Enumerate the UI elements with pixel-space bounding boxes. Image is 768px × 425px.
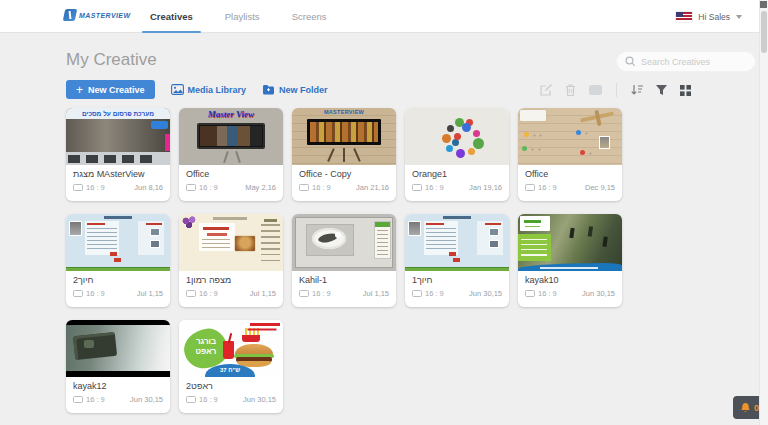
grid-view-icon[interactable] (679, 84, 692, 97)
creative-title: 2חיוך (73, 275, 163, 286)
creative-card[interactable]: Orange1 16 : 9 Jan 19,16 (405, 108, 509, 201)
card-meta: 16 : 9 May 2,16 (186, 183, 276, 192)
chevron-down-icon (736, 15, 742, 19)
creative-date: Jun 30,15 (469, 289, 502, 298)
card-meta: 16 : 9 Jul 1,15 (73, 289, 163, 298)
creative-thumbnail (66, 214, 170, 271)
screen-ratio-icon (73, 290, 83, 297)
main-tabs: Creatives Playlists Screens (146, 0, 330, 33)
thumbnail-caption: Master View (179, 109, 283, 119)
art (426, 223, 444, 225)
screen-ratio-icon (186, 396, 196, 403)
aspect-ratio: 16 : 9 (199, 183, 218, 192)
art (264, 219, 277, 222)
art (353, 148, 360, 161)
art (521, 239, 547, 256)
art (569, 228, 574, 238)
creative-thumbnail (405, 108, 509, 165)
art (242, 335, 260, 342)
art (66, 267, 170, 271)
creative-card[interactable]: בורגר ראפט 37 ש"ח 2ראפט 16 : 9 Jun 30,15 (179, 320, 283, 413)
active-tab-underline (142, 31, 201, 34)
sort-icon[interactable] (630, 84, 644, 96)
media-library-button[interactable]: Media Library (171, 84, 247, 95)
new-creative-button[interactable]: + New Creative (66, 80, 155, 99)
creative-card[interactable]: MASTERVIEW Office - Copy 16 : 9 Jan 21,1… (292, 108, 396, 201)
art (477, 221, 503, 255)
toolbar-divider (616, 83, 617, 97)
aspect-ratio: 16 : 9 (538, 289, 557, 298)
creative-title: Kahil-1 (299, 275, 389, 286)
creative-date: May 2,16 (245, 183, 276, 192)
tab-creatives-label: Creatives (150, 11, 193, 22)
card-meta: 16 : 9 Jun 8,16 (73, 183, 163, 192)
filter-icon[interactable] (655, 84, 668, 96)
art (223, 341, 234, 359)
aspect-ratio: 16 : 9 (86, 395, 105, 404)
search-box[interactable] (616, 51, 756, 72)
creative-card[interactable]: מערכת פרסום על מסכים מצגת MAsterView 16 … (66, 108, 170, 201)
creative-date: Jun 30,15 (243, 395, 276, 404)
screen-ratio-icon (73, 184, 83, 191)
art (73, 332, 117, 360)
aspect-ratio: 16 : 9 (425, 183, 444, 192)
scrollbar-thumb[interactable] (761, 11, 767, 53)
tab-creatives[interactable]: Creatives (146, 0, 197, 33)
creative-thumbnail: MASTERVIEW (292, 108, 396, 165)
art (374, 221, 391, 259)
creative-card[interactable]: kayak10 16 : 9 Jun 30,15 (518, 214, 622, 307)
art (150, 228, 160, 236)
aspect-ratio: 16 : 9 (312, 183, 331, 192)
creative-card[interactable]: kayak12 16 : 9 Jun 30,15 (66, 320, 170, 413)
screen-ratio-icon (73, 396, 83, 403)
creative-title: kayak12 (73, 381, 163, 392)
art (223, 151, 228, 163)
creative-title: 1מצפה רמון (186, 275, 276, 286)
creative-card[interactable]: 1חיוך 16 : 9 Jun 30,15 (405, 214, 509, 307)
preview-icon[interactable] (588, 84, 603, 96)
card-info: מצגת MAsterView 16 : 9 Jun 8,16 (66, 165, 170, 192)
art (307, 119, 381, 145)
card-meta: 16 : 9 Jan 19,16 (412, 183, 502, 192)
aspect-ratio: 16 : 9 (86, 183, 105, 192)
art (250, 323, 280, 326)
user-greeting: Hi Sales (698, 12, 730, 22)
edit-icon[interactable] (539, 83, 553, 97)
art (87, 223, 105, 225)
tab-playlists[interactable]: Playlists (221, 0, 264, 33)
search-input[interactable] (641, 57, 747, 67)
card-meta: 16 : 9 Jun 30,15 (412, 289, 502, 298)
creative-thumbnail (518, 108, 622, 165)
top-navbar: MASTERVIEW Creatives Playlists Screens H… (0, 0, 768, 33)
card-info: 2חיוך 16 : 9 Jul 1,15 (66, 271, 170, 298)
art (203, 227, 229, 230)
creative-title: Office - Copy (299, 169, 389, 180)
art (377, 230, 388, 256)
art (489, 240, 499, 248)
screen-ratio-icon (186, 184, 196, 191)
creative-card[interactable]: Office 16 : 9 Dec 9,15 (518, 108, 622, 201)
creative-card[interactable]: Kahil-1 16 : 9 Jul 1,15 (292, 214, 396, 307)
creative-card[interactable]: Master View Office 16 : 9 May 2,16 (179, 108, 283, 201)
tab-screens[interactable]: Screens (288, 0, 331, 33)
scrollbar-up-button[interactable] (760, 1, 767, 8)
creative-card[interactable]: 1מצפה רמון 16 : 9 Jul 1,15 (179, 214, 283, 307)
masterview-logo[interactable]: MASTERVIEW (64, 9, 130, 21)
card-info: Kahil-1 16 : 9 Jul 1,15 (292, 271, 396, 298)
art (84, 340, 94, 348)
card-meta: 16 : 9 Jun 30,15 (186, 395, 276, 404)
art (165, 134, 170, 151)
card-meta: 16 : 9 Dec 9,15 (525, 183, 615, 192)
creative-title: Office (186, 169, 276, 180)
user-menu[interactable]: Hi Sales (676, 0, 742, 33)
new-folder-button[interactable]: New Folder (262, 84, 328, 95)
art (234, 235, 256, 252)
art (405, 267, 509, 271)
plus-icon: + (76, 84, 83, 96)
delete-icon[interactable] (564, 83, 577, 97)
art (520, 110, 546, 121)
creative-card[interactable]: 2חיוך 16 : 9 Jul 1,15 (66, 214, 170, 307)
art (104, 216, 132, 219)
scrollbar[interactable] (759, 0, 768, 425)
art (524, 220, 541, 223)
